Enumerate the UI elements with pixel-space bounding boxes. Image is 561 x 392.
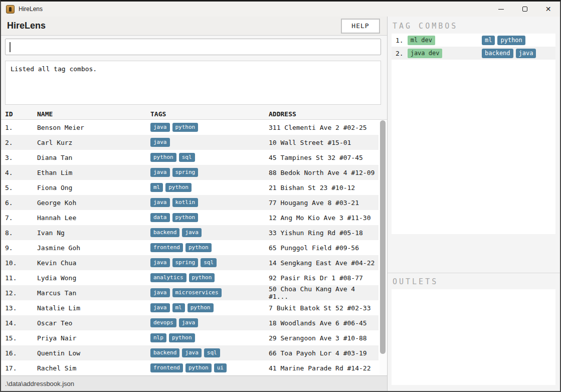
person-name: Diana Tan	[37, 154, 150, 161]
person-tags: backendjavasql	[150, 348, 269, 357]
panel-gap	[388, 234, 560, 273]
person-address: 18 Woodlands Ave 6 #06-45	[269, 319, 379, 327]
person-tags: analyticspython	[150, 273, 269, 282]
person-index: 5.	[5, 184, 37, 191]
person-row[interactable]: 7.Hannah Leedatapython12 Ang Mo Kio Ave …	[1, 210, 379, 225]
person-row[interactable]: 12.Marcus Tanjavamicroservices50 Choa Ch…	[1, 285, 379, 300]
tag-badge: ml	[150, 183, 163, 192]
tag-badge: java	[150, 138, 170, 147]
panel-divider	[388, 273, 560, 273]
maximize-button[interactable]	[513, 2, 536, 17]
person-name: Quentin Low	[37, 349, 150, 357]
result-text: Listed all tag combos.	[11, 65, 97, 73]
person-tags: javamicroservices	[150, 288, 269, 297]
person-row[interactable]: 17.Rachel Simfrontendpythonui41 Marine P…	[1, 360, 379, 375]
tag-badge: microservices	[172, 288, 222, 297]
person-index: 8.	[5, 229, 37, 237]
main-column: HireLens HELP Listed all tag combos. ID …	[1, 17, 387, 391]
tag-badge: java	[150, 168, 170, 177]
tag-badge: python	[185, 243, 212, 252]
person-tags: javapython	[150, 123, 269, 132]
tag-combo-row[interactable]: 2.java devbackendjava	[392, 47, 555, 60]
person-index: 14.	[5, 319, 37, 327]
tag-combos-list: 1.ml devmlpython2.java devbackendjava	[392, 34, 555, 234]
tag-combo-index: 1.	[396, 37, 404, 44]
person-name: George Koh	[37, 199, 150, 207]
column-header-name: NAME	[37, 110, 150, 118]
tag-badge: java	[150, 303, 170, 312]
tag-combo-index: 2.	[396, 50, 404, 57]
person-name: Lydia Wong	[37, 274, 150, 282]
person-row[interactable]: 6.George Kohjavakotlin77 Hougang Ave 8 #…	[1, 195, 379, 210]
person-row[interactable]: 9.Jasmine Gohfrontendpython65 Punggol Fi…	[1, 240, 379, 255]
window-title: HireLens	[19, 6, 43, 13]
close-icon: ✕	[545, 6, 551, 13]
tag-badge: frontend	[150, 243, 183, 252]
text-caret	[10, 42, 11, 52]
minimize-button[interactable]	[489, 2, 513, 17]
person-row[interactable]: 15.Priya Nairnlppython29 Serangoon Ave 3…	[1, 330, 379, 345]
person-tags: devopsjava	[150, 318, 269, 327]
person-row[interactable]: 16.Quentin Lowbackendjavasql66 Toa Payoh…	[1, 345, 379, 360]
tag-badge: python	[165, 183, 192, 192]
tag-badge: backend	[482, 49, 513, 58]
person-name: Fiona Ong	[37, 184, 150, 191]
person-row[interactable]: 4.Ethan Limjavaspring88 Bedok North Ave …	[1, 165, 379, 180]
person-index: 10.	[5, 259, 37, 267]
tag-badge: backend	[150, 348, 179, 357]
person-row[interactable]: 11.Lydia Wonganalyticspython92 Pasir Ris…	[1, 270, 379, 285]
close-button[interactable]: ✕	[536, 2, 560, 17]
header-bar: HireLens HELP	[1, 17, 387, 36]
tag-badge: spring	[172, 258, 199, 267]
person-row[interactable]: 14.Oscar Teodevopsjava18 Woodlands Ave 6…	[1, 315, 379, 330]
person-name: Ethan Lim	[37, 169, 150, 176]
person-row[interactable]: 10.Kevin Chuajavaspringsql14 Sengkang Ea…	[1, 255, 379, 270]
person-row[interactable]: 5.Fiona Ongmlpython21 Bishan St 23 #10-1…	[1, 180, 379, 195]
person-address: 29 Serangoon Ave 3 #10-88	[269, 334, 379, 342]
help-button[interactable]: HELP	[341, 19, 380, 34]
tag-badge: java	[516, 49, 536, 58]
person-name: Jasmine Goh	[37, 244, 150, 252]
tag-badge: python	[172, 123, 199, 132]
person-address: 14 Sengkang East Ave #04-22	[269, 259, 379, 267]
person-address: 10 Wall Street #15-01	[269, 139, 379, 146]
scrollbar-thumb[interactable]	[380, 120, 386, 354]
person-name: Benson Meier	[37, 124, 150, 131]
person-tags: nlppython	[150, 333, 269, 342]
person-row[interactable]: 2.Carl Kurzjava10 Wall Street #15-01	[1, 135, 379, 150]
tag-combos-title: TAG COMBOS	[393, 22, 555, 33]
person-name: Natalie Lim	[37, 304, 150, 312]
person-tags: mlpython	[150, 183, 269, 192]
outlets-title: OUTLETS	[393, 277, 555, 288]
tag-badge: nlp	[150, 333, 166, 342]
person-address: 41 Marine Parade Rd #14-22	[269, 364, 379, 372]
person-tags: javakotlin	[150, 198, 269, 207]
app-window: HireLens ✕ HireLens HELP Listed all tag …	[0, 0, 561, 392]
person-tags: datapython	[150, 213, 269, 222]
person-row[interactable]: 8.Ivan Ngbackendjava33 Yishun Ring Rd #0…	[1, 225, 379, 240]
column-header-address: ADDRESS	[269, 110, 387, 118]
person-address: 45 Tampines St 32 #07-45	[269, 154, 379, 161]
person-row[interactable]: 3.Diana Tanpythonsql45 Tampines St 32 #0…	[1, 150, 379, 165]
scrollbar-track[interactable]	[380, 120, 387, 375]
person-index: 9.	[5, 244, 37, 252]
person-tags: backendjava	[150, 228, 269, 237]
person-row[interactable]: 13.Natalie Limjavamlpython7 Bukit Batok …	[1, 300, 379, 315]
person-name: Priya Nair	[37, 334, 150, 342]
person-tags: java	[150, 138, 269, 147]
tag-badge: ui	[214, 363, 227, 372]
person-index: 15.	[5, 334, 37, 342]
status-bar: .\data\addressbook.json	[1, 375, 387, 391]
tag-badge: python	[169, 333, 195, 342]
person-row[interactable]: 1.Benson Meierjavapython311 Clementi Ave…	[1, 120, 379, 135]
command-input[interactable]	[5, 39, 381, 55]
outlets-list	[392, 289, 555, 385]
person-tags: frontendpython	[150, 243, 269, 252]
person-address: 50 Choa Chu Kang Ave 4 #1...	[269, 285, 379, 300]
person-index: 4.	[5, 169, 37, 176]
person-address: 12 Ang Mo Kio Ave 3 #11-30	[269, 214, 379, 222]
tag-combo-row[interactable]: 1.ml devmlpython	[392, 34, 555, 47]
person-name: Kevin Chua	[37, 259, 150, 267]
tag-badge: kotlin	[172, 198, 199, 207]
person-address: 7 Bukit Batok St 52 #02-33	[269, 304, 379, 312]
